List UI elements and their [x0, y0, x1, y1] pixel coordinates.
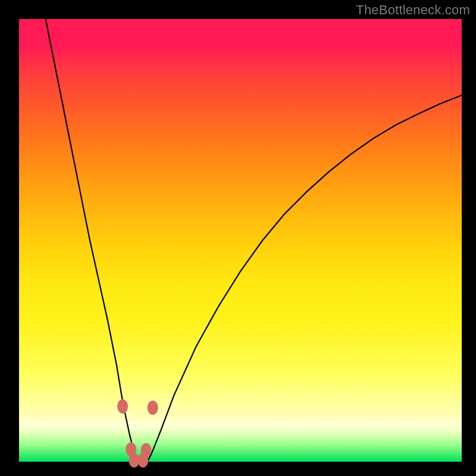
curve-marker	[148, 400, 158, 415]
watermark-text: TheBottleneck.com	[356, 2, 470, 18]
plot-area	[19, 19, 462, 462]
curve-marker	[117, 399, 128, 414]
curve-marker	[137, 453, 148, 468]
chart-frame: TheBottleneck.com	[0, 0, 476, 476]
bottleneck-curve	[46, 19, 462, 462]
curve-svg	[19, 19, 462, 462]
curve-markers	[117, 399, 158, 468]
